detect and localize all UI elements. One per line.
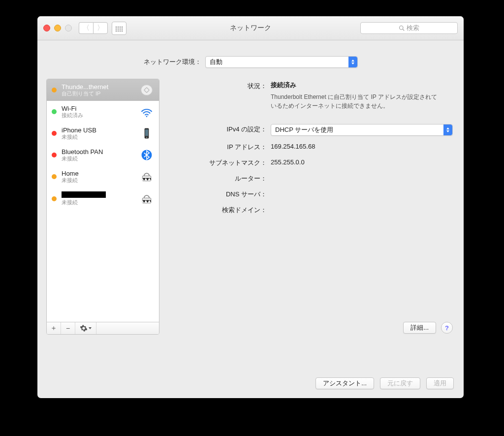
svg-point-2 [141, 85, 153, 95]
status-value: 接続済み [271, 81, 453, 90]
dns-row: DNS サーバ： [168, 189, 453, 199]
service-substatus: 未接続 [62, 177, 134, 184]
back-button[interactable]: 〈 [79, 22, 93, 34]
close-window-button[interactable] [43, 25, 50, 31]
svg-point-0 [400, 26, 404, 30]
service-substatus: 未接続 [62, 156, 134, 162]
dropdown-chevron-icon [348, 57, 357, 67]
bluetooth-icon [139, 149, 154, 161]
remove-service-button[interactable]: − [61, 322, 75, 334]
status-dot-icon [52, 196, 57, 201]
search-domain-row: 検索ドメイン： [168, 205, 453, 215]
assistant-button[interactable]: アシスタント... [315, 377, 374, 389]
zoom-window-button [65, 25, 72, 31]
help-button[interactable]: ? [441, 322, 453, 334]
router-value [271, 173, 453, 174]
service-name: iPhone USB [62, 126, 134, 134]
add-service-button[interactable]: ＋ [47, 322, 61, 334]
ip-address-row: IP アドレス： 169.254.165.68 [168, 142, 453, 152]
ip-address-label: IP アドレス： [168, 142, 271, 152]
search-domain-label: 検索ドメイン： [168, 205, 271, 215]
location-value: 自動 [210, 58, 222, 66]
status-dot-icon [52, 109, 57, 114]
service-name: Home [62, 170, 134, 177]
search-input[interactable]: 検索 [360, 22, 458, 34]
gear-icon [80, 325, 87, 332]
service-text: iPhone USB 未接続 [62, 126, 134, 140]
apply-button: 適用 [426, 377, 454, 389]
router-row: ルーター： [168, 173, 453, 183]
footer-buttons: アシスタント... 元に戻す 適用 [315, 377, 454, 389]
chevron-right-icon: 〉 [97, 24, 104, 32]
service-actions-menu[interactable] [75, 322, 96, 334]
svg-line-1 [403, 29, 404, 31]
service-name: Wi-Fi [62, 105, 134, 112]
service-wifi[interactable]: Wi-Fi 接続済み [47, 101, 159, 123]
router-label: ルーター： [168, 173, 271, 183]
ipv4-config-dropdown[interactable]: DHCP サーバを使用 [271, 124, 453, 136]
service-redacted[interactable]: 未接続 [47, 187, 159, 210]
service-name [62, 191, 134, 199]
sidebar-toolbar: ＋ − [47, 322, 159, 334]
ip-address-value: 169.254.165.68 [271, 142, 453, 150]
service-text: Thunde...thernet 自己割り当て IP [62, 83, 134, 97]
chevron-left-icon: 〈 [83, 24, 90, 32]
status-label: 状況： [168, 81, 271, 91]
service-name: Thunde...thernet [62, 83, 134, 91]
advanced-button[interactable]: 詳細... [403, 322, 436, 334]
location-label: ネットワーク環境： [144, 58, 201, 66]
service-substatus: 自己割り当て IP [62, 91, 134, 97]
dns-label: DNS サーバ： [168, 189, 271, 199]
service-substatus: 未接続 [62, 134, 134, 140]
traffic-lights [43, 25, 72, 31]
detail-pane: 状況： 接続済み Thunderbolt Ethernet に自己割り当て IP… [166, 79, 455, 336]
service-text: Wi-Fi 接続済み [62, 105, 134, 119]
service-text: 未接続 [62, 191, 134, 206]
help-icon: ? [445, 324, 449, 332]
status-dot-icon [52, 88, 57, 93]
search-domain-value [271, 205, 453, 206]
subnet-label: サブネットマスク： [168, 157, 271, 167]
status-dot-icon [52, 131, 57, 136]
subnet-row: サブネットマスク： 255.255.0.0 [168, 157, 453, 167]
status-value-block: 接続済み Thunderbolt Ethernet に自己割り当て IP アドレ… [271, 81, 453, 110]
network-prefs-window: 〈 〉 ネットワーク 検索 ネットワーク環境： 自動 [37, 16, 464, 398]
subnet-value: 255.255.0.0 [271, 157, 453, 166]
svg-point-6 [146, 137, 147, 138]
phone-icon [139, 127, 154, 140]
service-name: Bluetooth PAN [62, 148, 134, 156]
service-substatus: 未接続 [62, 199, 134, 206]
search-icon [399, 25, 405, 31]
advanced-row: 詳細... ? [403, 322, 453, 334]
status-dot-icon [52, 174, 57, 179]
ipv4-config-value: DHCP サーバを使用 [275, 125, 333, 134]
forward-button: 〉 [93, 22, 108, 34]
minimize-window-button[interactable] [54, 25, 61, 31]
revert-button: 元に戻す [380, 377, 420, 389]
nav-buttons: 〈 〉 [79, 22, 108, 34]
svg-rect-5 [145, 129, 148, 136]
search-placeholder: 検索 [407, 24, 419, 32]
location-row: ネットワーク環境： 自動 [46, 56, 455, 68]
revert-button-label: 元に戻す [387, 379, 413, 388]
advanced-button-label: 詳細... [410, 323, 429, 332]
ipv4-config-row: IPv4 の設定： DHCP サーバを使用 [168, 124, 453, 136]
ethernet-icon [139, 84, 154, 96]
location-dropdown[interactable]: 自動 [205, 56, 358, 68]
service-iphone-usb[interactable]: iPhone USB 未接続 [47, 123, 159, 144]
status-row: 状況： 接続済み Thunderbolt Ethernet に自己割り当て IP… [168, 81, 453, 110]
main-split: Thunde...thernet 自己割り当て IP Wi-Fi 接続済み [46, 79, 455, 336]
svg-point-3 [146, 116, 148, 117]
service-text: Bluetooth PAN 未接続 [62, 148, 134, 162]
dropdown-chevron-icon [443, 125, 452, 135]
service-home-vpn[interactable]: Home 未接続 [47, 166, 159, 187]
wifi-icon [139, 105, 154, 118]
redacted-text [62, 191, 106, 198]
status-dot-icon [52, 153, 57, 157]
content-area: ネットワーク環境： 自動 Thunde...thernet 自己割り当て IP [37, 40, 464, 336]
service-thunderbolt-ethernet[interactable]: Thunde...thernet 自己割り当て IP [47, 79, 159, 101]
plus-icon: ＋ [50, 324, 57, 333]
show-all-prefs-button[interactable] [112, 22, 126, 35]
lock-icon [139, 192, 154, 205]
service-bluetooth-pan[interactable]: Bluetooth PAN 未接続 [47, 144, 159, 166]
